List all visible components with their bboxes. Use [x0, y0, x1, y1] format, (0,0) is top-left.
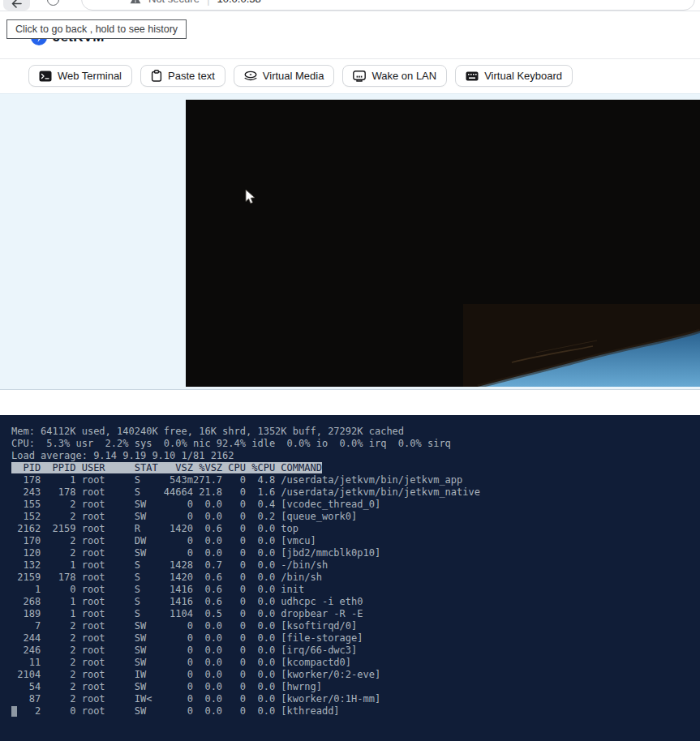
process-row: 2 0 root SW 0 0.0 0 0.0 [kthreadd] [11, 705, 700, 717]
virtual-keyboard-button[interactable]: Virtual Keyboard [455, 65, 573, 87]
process-row: 7 2 root SW 0 0.0 0 0.0 [ksoftirqd/0] [11, 620, 700, 632]
clipboard-icon [151, 70, 162, 82]
browser-reload-button[interactable] [47, 0, 59, 6]
process-row: 268 1 root S 1416 0.6 0 0.0 udhcpc -i et… [11, 596, 700, 608]
process-row: 243 178 root S 44664 21.8 0 1.6 /userdat… [11, 486, 700, 499]
video-section [0, 93, 700, 390]
address-separator: | [207, 0, 210, 6]
address-bar-content[interactable]: Not secure | 10.0.0.38 [130, 0, 261, 6]
browser-chrome [0, 0, 700, 11]
address-url: 10.0.0.38 [217, 0, 261, 5]
wake-icon [353, 71, 366, 82]
paste-text-label: Paste text [168, 70, 215, 82]
terminal-icon [39, 71, 52, 82]
process-table-header: PID PPID USER STAT VSZ %VSZ CPU %CPU COM… [11, 462, 700, 474]
process-row: 170 2 root DW 0 0.0 0 0.0 [vmcu] [11, 535, 700, 547]
process-row: 2159 178 root S 1420 0.6 0 0.0 /bin/sh [11, 572, 700, 584]
not-secure-warning-icon [130, 0, 141, 4]
process-row: 132 1 root S 1428 0.7 0 0.0 -/bin/sh [11, 559, 700, 572]
paste-text-button[interactable]: Paste text [140, 65, 225, 87]
terminal-cursor [11, 706, 17, 717]
back-arrow-icon [11, 0, 22, 8]
mouse-pointer-cursor [245, 189, 256, 204]
terminal-load-line: Load average: 9.14 9.19 9.10 1/81 2162 [11, 450, 700, 462]
process-row: 189 1 root S 1104 0.5 0 0.0 dropbear -R … [11, 608, 700, 620]
browser-back-button[interactable] [3, 0, 30, 11]
terminal-mem-line: Mem: 64112K used, 140240K free, 16K shrd… [11, 426, 700, 438]
process-row: 120 2 root SW 0 0.0 0 0.0 [jbd2/mmcblk0p… [11, 547, 700, 559]
not-secure-label: Not secure [148, 0, 200, 5]
process-row: 11 2 root SW 0 0.0 0 0.0 [kcompactd0] [11, 657, 700, 669]
action-toolbar: Web Terminal Paste text Virtual Media [0, 59, 700, 93]
video-sky-image [463, 304, 700, 387]
wake-on-lan-button[interactable]: Wake on LAN [342, 65, 447, 87]
process-row: 178 1 root S 543m271.7 0 4.8 /userdata/j… [11, 474, 700, 486]
back-button-tooltip: Click to go back , hold to see history [6, 19, 187, 39]
terminal-cpu-line: CPU: 5.3% usr 2.2% sys 0.0% nic 92.4% id… [11, 438, 700, 450]
web-terminal-label: Web Terminal [58, 70, 122, 82]
disc-icon [244, 71, 257, 82]
virtual-media-label: Virtual Media [263, 70, 324, 82]
virtual-keyboard-label: Virtual Keyboard [484, 70, 562, 82]
keyboard-icon [466, 71, 479, 81]
process-row: 2104 2 root IW 0 0.0 0 0.0 [kworker/0:2-… [11, 669, 700, 681]
process-row: 155 2 root SW 0 0.0 0 0.4 [vcodec_thread… [11, 499, 700, 511]
process-row: 244 2 root SW 0 0.0 0 0.0 [file-storage] [11, 632, 700, 645]
process-row: 54 2 root SW 0 0.0 0 0.0 [hwrng] [11, 681, 700, 693]
process-row: 1 0 root S 1416 0.6 0 0.0 init [11, 584, 700, 596]
web-terminal-button[interactable]: Web Terminal [28, 65, 132, 87]
wake-on-lan-label: Wake on LAN [371, 70, 436, 82]
process-row: 152 2 root SW 0 0.0 0 0.2 [queue_work0] [11, 511, 700, 523]
kvm-video-feed[interactable] [186, 100, 700, 387]
process-row: 246 2 root SW 0 0.0 0 0.0 [irq/66-dwc3] [11, 645, 700, 657]
terminal-panel[interactable]: Mem: 64112K used, 140240K free, 16K shrd… [0, 415, 700, 741]
virtual-media-button[interactable]: Virtual Media [234, 65, 335, 87]
process-row: 87 2 root IW< 0 0.0 0 0.0 [kworker/0:1H-… [11, 693, 700, 705]
process-row: 2162 2159 root R 1420 0.6 0 0.0 top [11, 523, 700, 535]
